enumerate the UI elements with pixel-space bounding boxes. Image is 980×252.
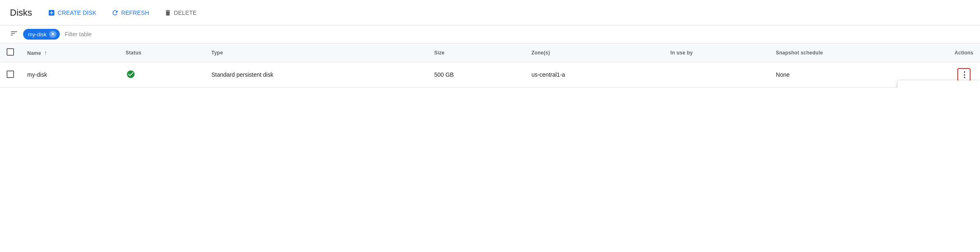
page-title: Disks [10, 7, 32, 18]
row-zones: us-central1-a [525, 62, 664, 87]
row-checkbox-cell [0, 62, 21, 87]
row-actions-cell: ⋮ Create instance [948, 62, 980, 87]
delete-icon [164, 8, 172, 17]
refresh-button[interactable]: REFRESH [106, 5, 155, 20]
filter-chip-label: my-disk [28, 31, 47, 38]
row-size: 500 GB [428, 62, 525, 87]
refresh-icon [111, 8, 119, 17]
filter-chip[interactable]: my-disk ✕ [23, 29, 60, 40]
refresh-label: REFRESH [121, 9, 149, 16]
status-ok-icon [126, 69, 136, 79]
header-checkbox-cell [0, 43, 21, 62]
row-status [119, 62, 205, 87]
header-in-use-by[interactable]: In use by [664, 43, 770, 62]
toolbar: Disks CREATE DISK REFRESH DELETE [0, 0, 980, 26]
header-type[interactable]: Type [205, 43, 427, 62]
disk-table: Name ↑ Status Type Size Zone(s) In use b… [0, 43, 980, 87]
sort-icon: ↑ [44, 49, 47, 56]
create-disk-label: CREATE DISK [58, 9, 97, 16]
select-all-checkbox[interactable] [7, 48, 14, 56]
context-menu-item-create-instance[interactable]: Create instance [898, 83, 980, 87]
filter-chip-close-button[interactable]: ✕ [49, 31, 57, 38]
header-name[interactable]: Name ↑ [21, 43, 119, 62]
header-status[interactable]: Status [119, 43, 205, 62]
filter-list-icon[interactable] [10, 29, 18, 40]
row-type: Standard persistent disk [205, 62, 427, 87]
header-size[interactable]: Size [428, 43, 525, 62]
header-actions: Actions [948, 43, 980, 62]
header-snapshot-schedule[interactable]: Snapshot schedule [769, 43, 948, 62]
create-instance-icon [906, 87, 914, 87]
row-checkbox[interactable] [7, 71, 14, 78]
header-zones[interactable]: Zone(s) [525, 43, 664, 62]
filter-row: my-disk ✕ Filter table [0, 26, 980, 43]
table-header-row: Name ↑ Status Type Size Zone(s) In use b… [0, 43, 980, 62]
delete-label: DELETE [174, 9, 197, 16]
disk-table-container: Name ↑ Status Type Size Zone(s) In use b… [0, 43, 980, 87]
row-in-use-by [664, 62, 770, 87]
create-disk-icon [48, 8, 55, 17]
delete-button[interactable]: DELETE [158, 5, 203, 20]
table-row: my-disk Standard persistent disk 500 GB … [0, 62, 980, 87]
actions-menu-button[interactable]: ⋮ [957, 68, 971, 81]
create-disk-button[interactable]: CREATE DISK [42, 5, 102, 20]
filter-placeholder[interactable]: Filter table [65, 31, 92, 38]
row-name: my-disk [21, 62, 119, 87]
context-menu: Create instance Create snapshot [898, 80, 980, 87]
